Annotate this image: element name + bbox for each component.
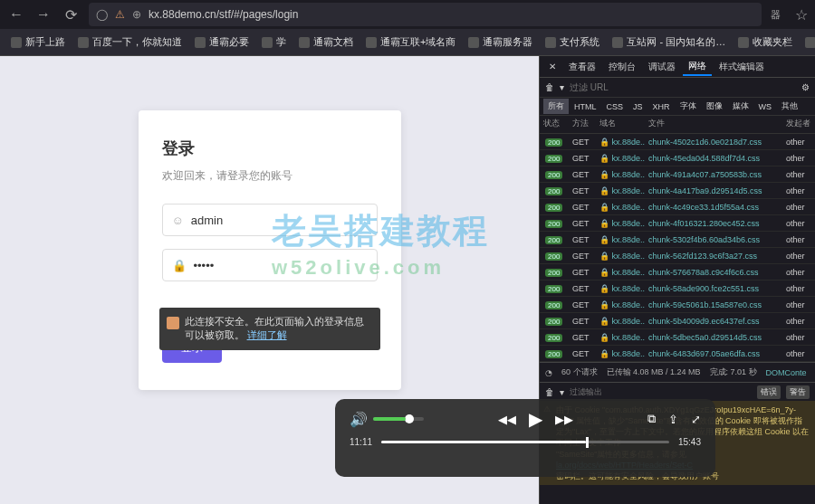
close-devtools-icon[interactable]: ✕ [543,60,561,73]
col-initiator[interactable]: 发起者 [782,116,815,133]
type-filter[interactable]: CSS [602,100,628,113]
type-filter[interactable]: 图像 [702,99,727,114]
filter-funnel-icon[interactable]: ▾ [560,82,564,92]
bookmark-item[interactable]: 支付系统 [540,33,605,52]
console-filter-bar: 🗑 ▾ 错误 警告 [540,383,815,401]
url-bar[interactable]: ◯ ⚠ ⊕ kx.88demo.cn/stf/#/pages/login [89,3,762,26]
pip-icon[interactable]: ⧉ [647,412,656,426]
bookmark-item[interactable]: 互站网 - 国内知名的… [607,33,731,52]
network-row[interactable]: 200GET🔒 kx.88de...chunk-5302f4b6.60ad34b… [540,232,815,248]
qr-icon[interactable]: 器 [771,8,781,22]
user-icon: ☺ [172,214,184,227]
type-filter[interactable]: 媒体 [728,99,753,114]
filter-funnel-icon[interactable]: ▾ [560,387,564,397]
type-filter[interactable]: WS [754,100,777,113]
network-row[interactable]: 200GET🔒 kx.88de...chunk-562fd123.9c6f3a2… [540,248,815,264]
share-icon[interactable]: ⇪ [668,413,678,426]
type-filter[interactable]: 字体 [676,99,701,114]
insecure-warning: 此连接不安全。在此页面输入的登录信息可以被窃取。 详细了解 [159,308,380,350]
network-filter-input[interactable] [570,82,796,92]
volume-icon[interactable]: 🔊 [350,411,368,428]
warnings-toggle[interactable]: 警告 [786,385,810,399]
type-filter[interactable]: HTML [570,100,601,113]
bookmark-label: 新手上路 [25,35,65,49]
type-filter[interactable]: JS [628,100,647,113]
url-text: kx.88demo.cn/stf/#/pages/login [149,8,298,21]
errors-toggle[interactable]: 错误 [757,385,781,399]
bookmark-item[interactable]: H5盲盒商城系统安装… [800,33,815,52]
network-row[interactable]: 200GET🔒 kx.88de...chunk-4a417ba9.d29514d… [540,183,815,199]
network-row[interactable]: 200GET🔒 kx.88de...chunk-4502c1d6.0e0218d… [540,134,815,150]
network-row[interactable]: 200GET🔒 kx.88de...chunk-576678a8.c9c4f6c… [540,264,815,281]
network-row[interactable]: 200GET🔒 kx.88de...chunk-5dbec5a0.d29514d… [540,329,815,346]
bookmark-item[interactable]: 百度一下，你就知道 [72,33,187,52]
network-row[interactable]: 200GET🔒 kx.88de...chunk-58ade900.fce2c55… [540,281,815,297]
col-status[interactable]: 状态 [540,116,569,133]
password-input[interactable] [194,259,368,272]
network-row[interactable]: 200GET🔒 kx.88de...chunk-4c49ce33.1d5f55a… [540,199,815,215]
network-row[interactable]: 200GET🔒 kx.88de...chunk-59c5061b.15a587e… [540,297,815,313]
trash-icon[interactable]: 🗑 [545,387,554,397]
tab-console[interactable]: 控制台 [603,59,641,75]
col-file[interactable]: 文件 [645,116,782,133]
settings-gear-icon[interactable]: ⚙ [801,82,810,92]
tab-style[interactable]: 样式编辑器 [714,59,770,75]
bookmarks-bar: 新手上路百度一下，你就知道通霸必要学通霸文档通霸互联+域名商通霸服务器支付系统互… [0,29,815,56]
summary-dom: DOMConte [766,368,807,377]
fullscreen-icon[interactable]: ⤢ [691,413,701,426]
login-title: 登录 [162,138,378,159]
type-filter[interactable]: 所有 [543,99,569,114]
time-duration: 15:43 [678,437,701,447]
reload-button[interactable]: ⟳ [62,5,80,24]
warning-link[interactable]: 详细了解 [247,329,287,340]
bookmark-item[interactable]: 学 [256,33,292,52]
favicon [366,37,377,48]
play-button[interactable]: ▶ [529,408,542,430]
favicon [545,37,556,48]
volume-control[interactable]: 🔊 [350,411,424,428]
bookmark-item[interactable]: 通霸互联+域名商 [360,33,461,52]
bookmark-label: 互站网 - 国内知名的… [627,35,725,49]
network-row[interactable]: 200GET🔒 kx.88de...chunk-4f016321.280ec45… [540,215,815,232]
bookmark-label: 百度一下，你就知道 [92,35,182,49]
network-header-row: 状态 方法 域名 文件 发起者 [540,116,815,134]
favicon [11,37,22,48]
devtools-tabs: ✕ 查看器 控制台 调试器 网络 样式编辑器 [540,56,815,78]
network-row[interactable]: 200GET🔒 kx.88de...chunk-45eda0d4.588df7d… [540,150,815,166]
rewind-button[interactable]: ◀◀ [498,413,516,426]
tab-network[interactable]: 网络 [683,58,712,76]
back-button[interactable]: ← [7,5,25,24]
bookmark-item[interactable]: 通霸文档 [293,33,359,52]
progress-bar[interactable] [381,441,669,443]
col-method[interactable]: 方法 [569,116,596,133]
volume-slider[interactable] [373,417,424,421]
favicon [262,37,273,48]
type-filter[interactable]: 其他 [777,99,802,114]
type-filter[interactable]: XHR [648,100,675,113]
bookmark-item[interactable]: 通霸必要 [189,33,254,52]
bookmark-label: 支付系统 [560,35,599,49]
bookmark-star-icon[interactable]: ☆ [795,6,808,24]
bookmark-item[interactable]: 通霸服务器 [463,33,538,52]
console-filter-input[interactable] [570,387,752,396]
favicon [299,37,310,48]
favicon [468,37,479,48]
tab-inspector[interactable]: 查看器 [563,59,601,75]
forward-button[interactable]: ▶▶ [555,413,573,426]
forward-button[interactable]: → [34,5,53,24]
bookmark-item[interactable]: 新手上路 [5,33,71,52]
password-field: 🔒 此连接不安全。在此页面输入的登录信息可以被窃取。 详细了解 [162,249,378,281]
bookmark-item[interactable]: 收藏夹栏 [733,33,798,52]
favicon [805,37,815,48]
login-card: 登录 欢迎回来，请登录您的账号 ☺ 🔒 此连接不安全。在此页面输入的登录信息可以… [139,110,401,390]
tab-debugger[interactable]: 调试器 [643,59,681,75]
time-current: 11:11 [350,437,372,447]
bookmark-label: 收藏夹栏 [753,35,792,49]
network-row[interactable]: 200GET🔒 kx.88de...chunk-491a4c07.a750583… [540,166,815,183]
username-input[interactable] [191,214,368,227]
col-domain[interactable]: 域名 [596,116,645,133]
network-row[interactable]: 200GET🔒 kx.88de...chunk-6483d697.05ae6df… [540,346,815,362]
media-player: 🔊 ◀◀ ▶ ▶▶ ⧉ ⇪ ⤢ 11:11 15:43 [335,399,715,477]
network-row[interactable]: 200GET🔒 kx.88de...chunk-5b4009d9.ec6437e… [540,313,815,329]
trash-icon[interactable]: 🗑 [545,82,554,92]
